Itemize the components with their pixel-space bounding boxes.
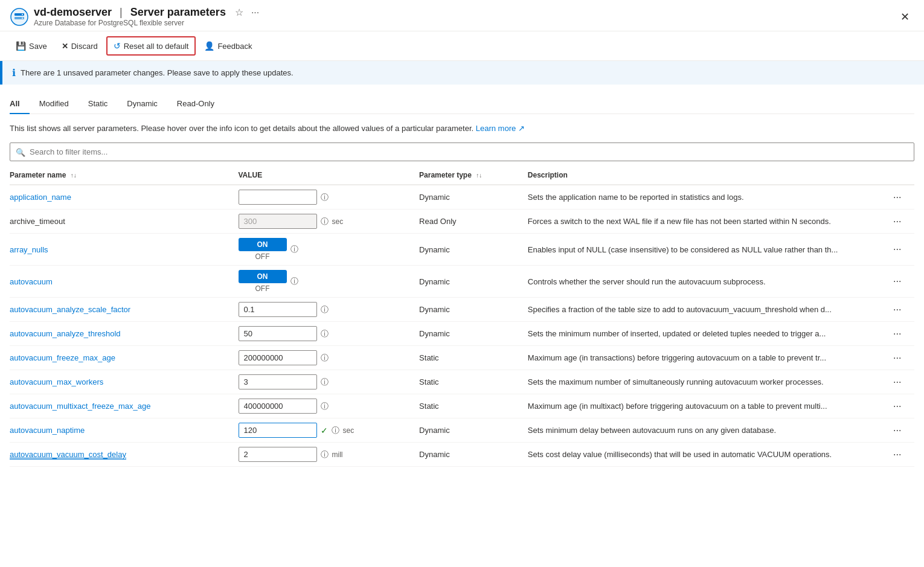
svg-point-4 xyxy=(22,18,23,19)
value-cell-inner: ⓘ xyxy=(239,399,410,414)
param-info-icon[interactable]: ⓘ xyxy=(321,192,329,203)
search-input[interactable] xyxy=(10,143,914,161)
server-icon xyxy=(10,7,29,27)
param-name-link[interactable]: autovacuum_max_workers xyxy=(10,377,103,386)
param-info-icon[interactable]: ⓘ xyxy=(321,401,329,412)
page-subtitle: Azure Database for PostgreSQL flexible s… xyxy=(34,19,259,27)
param-name-link[interactable]: autovacuum_freeze_max_age xyxy=(10,353,115,362)
param-info-icon[interactable]: ⓘ xyxy=(321,304,329,315)
value-cell-inner: ONOFFⓘ xyxy=(239,270,410,293)
param-type-cell: Read Only xyxy=(417,210,525,234)
toggle-off-label: OFF xyxy=(239,252,287,261)
value-header: VALUE xyxy=(239,171,263,179)
star-icon[interactable]: ☆ xyxy=(235,7,243,18)
value-cell-inner: ⓘmill xyxy=(239,447,410,462)
tab-static[interactable]: Static xyxy=(79,94,118,114)
row-more-button[interactable]: ··· xyxy=(890,275,905,288)
param-name-link[interactable]: autovacuum_multixact_freeze_max_age xyxy=(10,402,150,411)
value-cell: ⓘmill xyxy=(236,443,417,467)
tab-modified[interactable]: Modified xyxy=(30,94,79,114)
actions-cell: ··· xyxy=(887,418,914,443)
param-name-cell: autovacuum_vacuum_cost_delay xyxy=(10,443,236,467)
save-label: Save xyxy=(29,42,47,51)
row-more-button[interactable]: ··· xyxy=(890,191,905,204)
value-cell: ⓘ xyxy=(236,185,417,210)
tab-readonly[interactable]: Read-Only xyxy=(167,94,224,114)
param-name-cell: autovacuum_multixact_freeze_max_age xyxy=(10,394,236,418)
value-input[interactable] xyxy=(239,302,317,317)
actions-cell: ··· xyxy=(887,346,914,370)
actions-cell: ··· xyxy=(887,210,914,234)
description-cell: Sets minimum delay between autovacuum ru… xyxy=(525,418,887,443)
row-more-button[interactable]: ··· xyxy=(890,303,905,316)
value-input[interactable] xyxy=(239,350,317,365)
main-content: All Modified Static Dynamic Read-Only Th… xyxy=(0,85,924,467)
feedback-button[interactable]: 👤 Feedback xyxy=(198,37,258,54)
row-more-button[interactable]: ··· xyxy=(890,243,905,256)
param-name-link[interactable]: autovacuum_vacuum_cost_delay xyxy=(10,450,126,460)
toggle-container: ONOFF xyxy=(239,270,287,293)
value-cell: ONOFFⓘ xyxy=(236,266,417,298)
col-header-type: Parameter type ↑↓ xyxy=(417,166,525,185)
value-input[interactable] xyxy=(239,447,317,462)
param-info-icon[interactable]: ⓘ xyxy=(321,449,329,460)
discard-button[interactable]: ✕ Discard xyxy=(56,38,104,54)
feedback-label: Feedback xyxy=(217,42,252,51)
value-cell: ✓ⓘsec xyxy=(236,418,417,443)
param-name-cell: autovacuum xyxy=(10,266,236,298)
value-input[interactable] xyxy=(239,326,317,341)
param-sort-icon[interactable]: ↑↓ xyxy=(71,172,77,179)
row-more-button[interactable]: ··· xyxy=(890,376,905,389)
actions-cell: ··· xyxy=(887,298,914,322)
tab-dynamic[interactable]: Dynamic xyxy=(117,94,167,114)
desc-header: Description xyxy=(528,171,568,179)
row-more-button[interactable]: ··· xyxy=(890,327,905,341)
param-name-link[interactable]: application_name xyxy=(10,193,71,202)
close-button[interactable]: ✕ xyxy=(896,8,914,26)
save-button[interactable]: 💾 Save xyxy=(10,37,53,54)
value-input[interactable] xyxy=(239,190,317,205)
param-name-link[interactable]: array_nulls xyxy=(10,245,48,254)
toggle-on-button[interactable]: ON xyxy=(239,270,287,283)
description-cell: Sets the application name to be reported… xyxy=(525,185,887,210)
tab-all[interactable]: All xyxy=(10,94,30,114)
param-name-cell: autovacuum_freeze_max_age xyxy=(10,346,236,370)
param-info-icon[interactable]: ⓘ xyxy=(321,328,329,339)
value-input[interactable] xyxy=(239,423,317,438)
param-info-icon[interactable]: ⓘ xyxy=(332,425,339,436)
row-more-button[interactable]: ··· xyxy=(890,215,905,228)
title-bar: vd-demoserver | Server parameters ☆ ··· … xyxy=(0,0,924,31)
param-name-cell: autovacuum_analyze_threshold xyxy=(10,322,236,346)
title-text: vd-demoserver | Server parameters ☆ ··· … xyxy=(34,6,259,27)
param-info-icon[interactable]: ⓘ xyxy=(321,377,329,388)
table-row: autovacuum_multixact_freeze_max_ageⓘStat… xyxy=(10,394,914,418)
param-info-icon[interactable]: ⓘ xyxy=(290,276,298,287)
param-name-link[interactable]: autovacuum_naptime xyxy=(10,426,85,435)
param-name-link[interactable]: autovacuum_analyze_scale_factor xyxy=(10,305,130,314)
search-container: 🔍 xyxy=(10,143,914,161)
param-info-icon[interactable]: ⓘ xyxy=(321,216,329,227)
type-sort-icon[interactable]: ↑↓ xyxy=(476,172,482,179)
param-name-link[interactable]: autovacuum_analyze_threshold xyxy=(10,329,121,338)
reset-button[interactable]: ↺ Reset all to default xyxy=(106,36,196,56)
param-type-cell: Static xyxy=(417,394,525,418)
discard-label: Discard xyxy=(71,42,98,51)
row-more-button[interactable]: ··· xyxy=(890,424,905,437)
param-type-cell: Dynamic xyxy=(417,298,525,322)
table-header: Parameter name ↑↓ VALUE Parameter type ↑… xyxy=(10,166,914,185)
param-name-link[interactable]: autovacuum xyxy=(10,277,53,286)
svg-point-3 xyxy=(22,14,23,15)
row-more-button[interactable]: ··· xyxy=(890,448,905,461)
value-cell-inner: ⓘ xyxy=(239,190,410,205)
title-separator: | xyxy=(120,6,123,18)
row-more-button[interactable]: ··· xyxy=(890,351,905,365)
param-info-icon[interactable]: ⓘ xyxy=(290,244,298,255)
description-cell: Forces a switch to the next WAL file if … xyxy=(525,210,887,234)
value-input[interactable] xyxy=(239,374,317,389)
param-info-icon[interactable]: ⓘ xyxy=(321,353,329,364)
row-more-button[interactable]: ··· xyxy=(890,400,905,413)
learn-more-link[interactable]: Learn more ↗ xyxy=(476,124,525,133)
more-options-icon[interactable]: ··· xyxy=(251,7,259,18)
value-input[interactable] xyxy=(239,399,317,414)
toggle-on-button[interactable]: ON xyxy=(239,238,287,251)
